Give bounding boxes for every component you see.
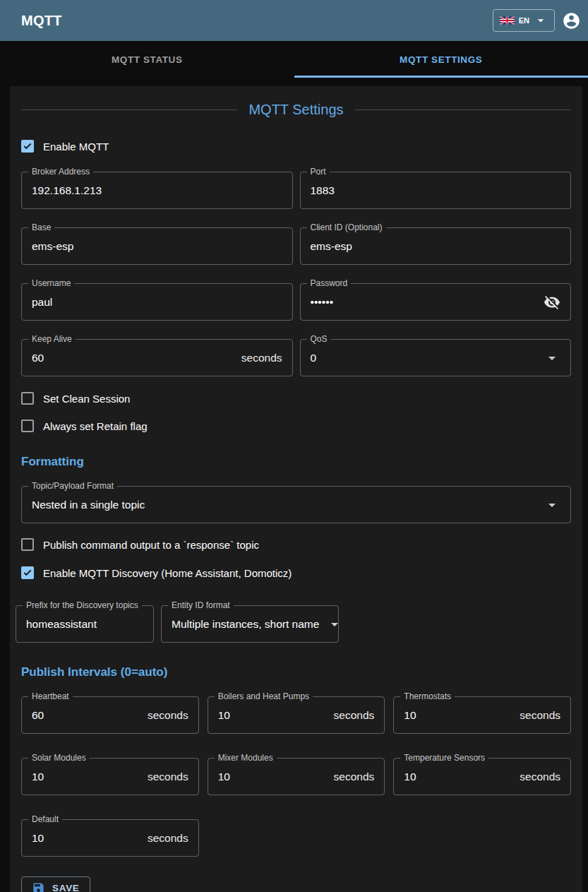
field-value: 0 bbox=[311, 352, 317, 364]
field-label: Client ID (Optional) bbox=[307, 223, 386, 232]
save-button[interactable]: SAVE bbox=[21, 876, 90, 892]
field-unit: seconds bbox=[520, 709, 560, 722]
tab-mqtt-status[interactable]: MQTT STATUS bbox=[0, 41, 294, 78]
username-input[interactable]: Username paul bbox=[21, 283, 293, 321]
publish-response-checkbox[interactable]: Publish command output to a `response` t… bbox=[21, 538, 259, 551]
divider-line bbox=[21, 109, 237, 110]
temperature-interval-input[interactable]: Temperature Sensors 10 seconds bbox=[393, 758, 571, 795]
field-value: 10 bbox=[218, 709, 230, 722]
boilers-interval-input[interactable]: Boilers and Heat Pumps 10 seconds bbox=[208, 696, 385, 734]
qos-select[interactable]: QoS 0 bbox=[300, 339, 572, 376]
checkbox-unchecked-icon bbox=[21, 392, 34, 405]
field-value: 60 bbox=[32, 709, 44, 722]
field-unit: seconds bbox=[520, 771, 560, 783]
section-divider-heading: MQTT Settings bbox=[21, 102, 571, 118]
language-label: EN bbox=[519, 16, 529, 25]
field-unit: seconds bbox=[148, 771, 188, 783]
field-value: Multiple instances, short name bbox=[172, 618, 319, 631]
field-value: 10 bbox=[404, 771, 416, 783]
topic-payload-format-select[interactable]: Topic/Payload Format Nested in a single … bbox=[21, 486, 571, 523]
mqtt-discovery-checkbox[interactable]: Enable MQTT Discovery (Home Assistant, D… bbox=[21, 566, 292, 579]
tab-mqtt-settings[interactable]: MQTT SETTINGS bbox=[294, 41, 588, 78]
field-unit: seconds bbox=[334, 771, 375, 783]
field-label: Default bbox=[28, 815, 62, 824]
field-value: •••••• bbox=[311, 296, 334, 309]
field-value: 10 bbox=[218, 771, 230, 783]
field-value: ems-esp bbox=[311, 240, 352, 253]
account-circle-icon[interactable] bbox=[562, 11, 581, 30]
tab-bar: MQTT STATUS MQTT SETTINGS bbox=[0, 41, 588, 78]
heartbeat-interval-input[interactable]: Heartbeat 60 seconds bbox=[21, 696, 199, 734]
divider-line bbox=[355, 109, 571, 110]
field-label: Temperature Sensors bbox=[400, 754, 488, 763]
page-title: MQTT bbox=[21, 13, 62, 29]
field-label: Entity ID format bbox=[168, 601, 234, 610]
field-unit: seconds bbox=[334, 709, 375, 722]
field-label: Topic/Payload Format bbox=[28, 482, 117, 491]
field-label: Heartbeat bbox=[28, 692, 73, 701]
field-value: paul bbox=[32, 296, 52, 309]
mixer-interval-input[interactable]: Mixer Modules 10 seconds bbox=[208, 758, 385, 795]
mqtt-settings-card: MQTT Settings Enable MQTT Broker Address… bbox=[10, 86, 582, 892]
visibility-off-icon[interactable] bbox=[544, 294, 560, 311]
language-selector-button[interactable]: EN bbox=[493, 9, 555, 32]
broker-address-input[interactable]: Broker Address 192.168.1.213 bbox=[21, 172, 293, 209]
checkbox-unchecked-icon bbox=[21, 420, 34, 432]
field-value: 10 bbox=[32, 832, 44, 845]
uk-flag-icon bbox=[500, 16, 515, 25]
field-unit: seconds bbox=[148, 709, 188, 722]
field-label: Prefix for the Discovery topics bbox=[23, 601, 142, 610]
entity-id-format-select[interactable]: Entity ID format Multiple instances, sho… bbox=[161, 605, 339, 643]
field-value: Nested in a single topic bbox=[32, 499, 145, 511]
field-label: Solar Modules bbox=[28, 754, 90, 763]
field-label: Username bbox=[28, 279, 74, 288]
clean-session-checkbox[interactable]: Set Clean Session bbox=[21, 392, 130, 405]
field-label: Broker Address bbox=[28, 167, 93, 177]
field-label: Mixer Modules bbox=[215, 754, 277, 763]
field-label: QoS bbox=[307, 335, 331, 344]
field-value: 192.168.1.213 bbox=[32, 184, 102, 197]
field-label: Thermostats bbox=[400, 692, 455, 701]
save-button-label: SAVE bbox=[52, 883, 80, 892]
thermostats-interval-input[interactable]: Thermostats 10 seconds bbox=[393, 696, 571, 734]
field-value: 1883 bbox=[311, 184, 335, 197]
publish-intervals-heading: Publish Intervals (0=auto) bbox=[21, 665, 571, 679]
checkbox-label: Always set Retain flag bbox=[43, 420, 148, 432]
dropdown-arrow-icon bbox=[326, 616, 343, 633]
keep-alive-input[interactable]: Keep Alive 60 seconds bbox=[21, 339, 293, 376]
enable-mqtt-checkbox[interactable]: Enable MQTT bbox=[21, 140, 109, 153]
save-icon bbox=[32, 881, 45, 892]
client-id-input[interactable]: Client ID (Optional) ems-esp bbox=[300, 227, 572, 265]
field-unit: seconds bbox=[241, 352, 282, 364]
dropdown-arrow-icon bbox=[544, 496, 560, 513]
app-bar: MQTT EN bbox=[0, 0, 588, 41]
field-label: Base bbox=[28, 223, 54, 232]
field-label: Port bbox=[307, 167, 330, 177]
section-title: MQTT Settings bbox=[248, 102, 343, 118]
field-unit: seconds bbox=[148, 832, 188, 845]
formatting-heading: Formatting bbox=[21, 455, 571, 469]
retain-flag-checkbox[interactable]: Always set Retain flag bbox=[21, 420, 148, 432]
checkbox-label: Set Clean Session bbox=[43, 393, 130, 405]
base-input[interactable]: Base ems-esp bbox=[21, 227, 293, 265]
active-tab-indicator bbox=[294, 76, 588, 78]
solar-interval-input[interactable]: Solar Modules 10 seconds bbox=[21, 758, 199, 795]
field-value: ems-esp bbox=[32, 240, 73, 253]
field-label: Password bbox=[307, 279, 352, 288]
checkbox-checked-icon bbox=[21, 566, 34, 579]
checkbox-label: Publish command output to a `response` t… bbox=[43, 539, 259, 551]
checkbox-checked-icon bbox=[21, 140, 34, 153]
field-value: 10 bbox=[404, 709, 416, 722]
field-value: 60 bbox=[32, 352, 44, 364]
port-input[interactable]: Port 1883 bbox=[300, 172, 572, 209]
checkbox-label: Enable MQTT Discovery (Home Assistant, D… bbox=[43, 567, 292, 579]
field-value: 10 bbox=[32, 771, 44, 783]
chevron-down-icon bbox=[534, 13, 548, 28]
password-input[interactable]: Password •••••• bbox=[300, 283, 572, 321]
field-label: Keep Alive bbox=[28, 335, 76, 344]
default-interval-input[interactable]: Default 10 seconds bbox=[21, 819, 199, 857]
field-label: Boilers and Heat Pumps bbox=[215, 692, 313, 701]
field-value: homeassistant bbox=[26, 618, 97, 631]
checkbox-unchecked-icon bbox=[21, 538, 34, 551]
discovery-prefix-input[interactable]: Prefix for the Discovery topics homeassi… bbox=[16, 605, 154, 643]
